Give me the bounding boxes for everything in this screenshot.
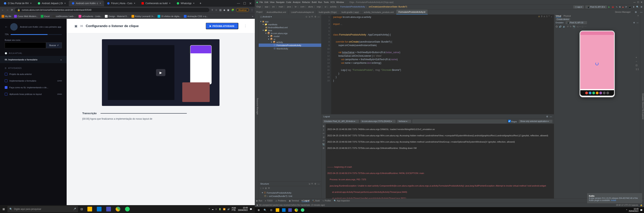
tree-item[interactable]: ▸ 📦 model	[259, 35, 321, 38]
stop-icon[interactable]: ■	[622, 6, 624, 8]
task-view-icon[interactable]: ⊡	[79, 206, 85, 212]
zoom-fit-icon[interactable]: ⊡	[636, 64, 639, 67]
gear-icon[interactable]: ⚙	[314, 183, 316, 185]
taskbar-app-android-studio[interactable]	[300, 208, 305, 212]
update-button[interactable]: Atualizar	[236, 8, 249, 12]
bookmark-overflow-icon[interactable]: »	[252, 15, 253, 18]
next-activity-button[interactable]: ▶PRÓXIMA ATIVIDADE	[206, 23, 238, 29]
home-icon[interactable]: ○	[579, 25, 581, 28]
menu-navigate[interactable]: Navigate	[276, 1, 284, 3]
problems-tool-tab[interactable]: ⚠Problems	[275, 200, 286, 202]
activity-item[interactable]: Aplicando boas práticas no layout13min	[0, 91, 67, 97]
taskbar-app-explorer[interactable]	[275, 208, 280, 212]
chevron-down-icon[interactable]: ⌄	[551, 15, 552, 18]
taskbar-clock[interactable]: 10:49 25/04/2022	[629, 208, 638, 212]
package-filter-select[interactable]: br.com.alura.orgs (7375) [DEAD] ▾	[360, 120, 396, 123]
tree-item[interactable]: ▾ 📦 br.com.alura.orgs	[259, 32, 321, 35]
bookmark-item[interactable]: Curso Web Modern...	[14, 15, 38, 18]
print-icon[interactable]: 🖨	[322, 136, 325, 138]
activity-item[interactable]: Implementando o formulário12min	[0, 78, 67, 84]
current-lesson-item[interactable]: 06. Implementando o formulário⌄	[0, 56, 67, 63]
device-filter-select[interactable]: Emulator Pixel_XL_API_30 Andro ▾	[323, 120, 359, 123]
new-tab-button[interactable]: +	[198, 2, 203, 5]
android-view-select[interactable]: ▢ Android ▾	[260, 16, 272, 18]
tray-up-icon[interactable]: ^	[626, 209, 627, 211]
reload-icon[interactable]: ⟳	[11, 9, 13, 11]
taskbar-app-chrome[interactable]	[294, 208, 299, 212]
menu-code[interactable]: Code	[286, 1, 291, 3]
back-icon[interactable]: ◁	[576, 25, 578, 28]
gear-icon[interactable]: ⚙	[314, 16, 316, 18]
tree-item[interactable]: ▾ 📦 activity	[259, 41, 321, 44]
build-tool-tab[interactable]: 🔨Build	[312, 200, 320, 202]
more-icon[interactable]: ⋯	[584, 25, 586, 28]
kotlin-update-notification[interactable]: Kotlin A new version 211-1.6.21-release-…	[587, 193, 642, 203]
lock-icon[interactable]: 🔒	[640, 204, 642, 206]
editor-tab[interactable]: build.gradle (Orgs)	[316, 10, 339, 15]
bookmark-item[interactable]: Design - Material D...	[105, 15, 128, 18]
code-editor[interactable]: 12345678910111213141516171819 package pa…	[322, 15, 554, 114]
run-tool-tab[interactable]: ▶Run	[256, 200, 262, 202]
editor-tab[interactable]: AndroidManifest.xml	[264, 10, 289, 15]
restart-icon[interactable]: ⟳	[323, 139, 324, 142]
device-select[interactable]: 📱 Pixel XL API 30 ▾	[586, 6, 607, 9]
volume-icon[interactable]: 🔊	[227, 208, 230, 210]
settings-icon[interactable]: ⚙	[322, 147, 324, 149]
browser-tab[interactable]: Android Jetpack | Di×	[35, 1, 69, 6]
emulator-screen[interactable]	[580, 31, 615, 97]
code-text[interactable]: package package br.com.alura.orgs.ui.act…	[331, 15, 554, 114]
star-icon[interactable]: ☆	[215, 9, 217, 11]
taskbar-app-whatsapp[interactable]	[123, 205, 132, 213]
zoom-out-icon[interactable]: −	[636, 60, 639, 63]
project-tool-tab[interactable]: Project	[255, 10, 264, 15]
course-search-input[interactable]	[5, 42, 46, 48]
browser-tab[interactable]: Conhecendo as build×	[138, 1, 174, 6]
taskbar-clock[interactable]: 10:49 25/04/2022	[238, 207, 248, 211]
sort-icon[interactable]: ↕	[260, 187, 262, 189]
puzzle-icon[interactable]: 🧩	[231, 9, 234, 11]
level-filter-select[interactable]: Verbose ▾	[397, 120, 411, 123]
close-icon[interactable]: ×	[134, 2, 135, 5]
hide-icon[interactable]: —	[636, 22, 638, 24]
start-menu-icon[interactable]: ⊞	[1, 206, 7, 212]
run-icon[interactable]: ▶	[608, 6, 610, 8]
sdk-icon[interactable]: ⬇	[633, 6, 634, 8]
browser-tab[interactable]: O Seu Portal de RH×	[1, 1, 35, 6]
menu-run[interactable]: Run	[318, 1, 322, 3]
inspection-badge[interactable]: ⚠3 ⚠1 ^⌄	[538, 15, 552, 18]
close-icon[interactable]: ×	[100, 2, 101, 5]
taskbar-search-input[interactable]: 🔍Digite aqui para pesquisar🎤	[8, 206, 78, 212]
install-link[interactable]: Install	[611, 199, 616, 201]
course-search-button[interactable]: Buscar ↗	[46, 42, 62, 48]
close-icon[interactable]: ✕	[249, 2, 252, 5]
forward-icon[interactable]: →	[6, 9, 8, 11]
tree-item[interactable]: ▾ 📁 manifests	[259, 23, 321, 26]
help-icon[interactable]: ?	[637, 15, 638, 18]
menu-edit[interactable]: Edit	[264, 1, 268, 3]
show-only-select[interactable]: Show only selected application ▾	[519, 120, 552, 123]
menu-vcs[interactable]: VCS	[330, 1, 335, 3]
taskbar-app-outlook[interactable]	[282, 208, 286, 212]
play-button-icon[interactable]: ▶	[156, 69, 166, 76]
device-manager-tab[interactable]: Device Manager	[613, 11, 633, 13]
close-icon[interactable]: ✕	[641, 1, 642, 4]
battery-icon[interactable]: 🔋	[219, 208, 221, 210]
tree-item[interactable]: ▤ AndroidManifest.xml	[259, 26, 321, 29]
avd-icon[interactable]: 📱	[628, 6, 631, 8]
tree-item-selected[interactable]: Ⓚ FormularioProdutoActivity	[259, 44, 321, 47]
onedrive-icon[interactable]: ☁	[212, 208, 214, 210]
physical-tab[interactable]: Physical	[564, 15, 571, 18]
start-menu-icon[interactable]: ⊞	[256, 208, 261, 212]
hide-icon[interactable]: —	[638, 11, 644, 14]
clear-icon[interactable]: 🗑	[322, 125, 325, 127]
activity-item[interactable]: Projeto da aula anterior	[0, 71, 67, 78]
activity-item[interactable]: Faça como eu fiz: implementando o de...	[0, 84, 67, 91]
menu-window[interactable]: Window	[336, 1, 344, 3]
task-view-icon[interactable]: ⊡	[269, 208, 274, 212]
volume-down-icon[interactable]: 🔉	[563, 25, 566, 28]
sync-icon[interactable]: ⟳	[625, 6, 627, 8]
group-icon[interactable]: ⊞	[265, 187, 267, 189]
taskbar-app-outlook[interactable]	[95, 205, 104, 213]
logcat-search-input[interactable]	[412, 120, 506, 123]
extension-icon[interactable]: ▣	[227, 9, 229, 11]
